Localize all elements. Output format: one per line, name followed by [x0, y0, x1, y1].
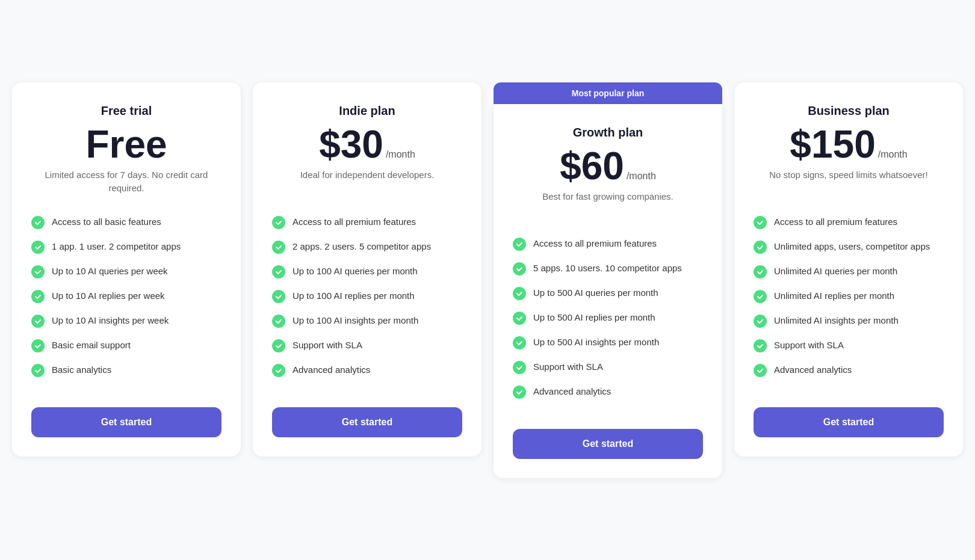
check-icon: [31, 315, 45, 328]
feature-item: Advanced analytics: [513, 385, 703, 399]
feature-item: Unlimited AI insights per month: [754, 314, 944, 328]
check-icon: [513, 336, 526, 349]
features-list-business: Access to all premium features Unlimited…: [754, 215, 944, 388]
feature-text: Unlimited AI queries per month: [774, 265, 897, 277]
feature-item: 2 apps. 2 users. 5 competitor apps: [272, 240, 462, 254]
feature-item: Support with SLA: [754, 339, 944, 352]
check-icon: [272, 364, 285, 377]
plan-name-growth: Growth plan: [513, 126, 703, 140]
plan-price-growth: $60: [560, 147, 624, 185]
plan-name-free: Free trial: [31, 104, 221, 118]
feature-item: Advanced analytics: [754, 363, 944, 377]
plan-name-business: Business plan: [754, 104, 944, 118]
plan-desc-free: Limited access for 7 days. No credit car…: [31, 168, 221, 198]
plan-price-business: $150: [790, 125, 875, 164]
feature-item: Basic email support: [31, 339, 221, 352]
feature-item: Up to 500 AI insights per month: [513, 336, 703, 349]
plan-card-business: Business plan$150/monthNo stop signs, sp…: [734, 82, 963, 457]
feature-text: Advanced analytics: [774, 363, 852, 376]
plan-wrapper-growth: Most popular planGrowth plan$60/monthBes…: [494, 82, 722, 478]
feature-text: Up to 10 AI replies per week: [52, 289, 165, 302]
check-icon: [272, 339, 285, 352]
check-icon: [513, 386, 526, 399]
plan-price-row-free: Free: [31, 125, 221, 164]
feature-item: Basic analytics: [31, 363, 221, 377]
features-list-indie: Access to all premium features 2 apps. 2…: [272, 215, 462, 388]
plan-card-free: Free trialFreeLimited access for 7 days.…: [12, 82, 241, 457]
feature-text: Basic email support: [52, 339, 131, 351]
feature-item: Up to 10 AI replies per week: [31, 289, 221, 303]
check-icon: [31, 339, 45, 352]
feature-item: Support with SLA: [513, 360, 703, 374]
feature-text: Advanced analytics: [292, 363, 370, 376]
check-icon: [272, 290, 285, 303]
pricing-container: Free trialFreeLimited access for 7 days.…: [12, 82, 963, 478]
feature-item: Support with SLA: [272, 339, 462, 352]
feature-item: Access to all premium features: [754, 215, 944, 229]
feature-item: Access to all premium features: [272, 215, 462, 229]
feature-text: Access to all premium features: [533, 237, 657, 250]
check-icon: [272, 315, 285, 328]
popular-badge: Most popular plan: [494, 82, 722, 104]
feature-text: Up to 500 AI queries per month: [533, 286, 658, 299]
plan-price-row-growth: $60/month: [513, 147, 703, 185]
get-started-button-business[interactable]: Get started: [754, 407, 944, 437]
features-list-growth: Access to all premium features 5 apps. 1…: [513, 237, 703, 410]
features-list-free: Access to all basic features 1 app. 1 us…: [31, 215, 221, 388]
check-icon: [513, 361, 526, 374]
get-started-button-growth[interactable]: Get started: [513, 429, 703, 459]
feature-text: Up to 500 AI replies per month: [533, 311, 655, 324]
feature-text: Support with SLA: [774, 339, 844, 351]
feature-text: Access to all basic features: [52, 215, 161, 228]
plan-wrapper-indie: Indie plan$30/monthIdeal for independent…: [253, 82, 481, 457]
check-icon: [754, 241, 767, 254]
feature-text: Advanced analytics: [533, 385, 611, 398]
feature-item: Up to 10 AI insights per week: [31, 314, 221, 328]
plan-price-row-business: $150/month: [754, 125, 944, 164]
get-started-button-free[interactable]: Get started: [31, 407, 221, 437]
feature-text: Support with SLA: [533, 360, 603, 373]
check-icon: [272, 216, 285, 229]
feature-text: 2 apps. 2 users. 5 competitor apps: [292, 240, 431, 253]
check-icon: [513, 312, 526, 325]
feature-item: Access to all basic features: [31, 215, 221, 229]
check-icon: [754, 290, 767, 303]
feature-text: Unlimited AI replies per month: [774, 289, 894, 302]
feature-text: Support with SLA: [292, 339, 362, 351]
get-started-button-indie[interactable]: Get started: [272, 407, 462, 437]
check-icon: [272, 265, 285, 278]
feature-text: 5 apps. 10 users. 10 competitor apps: [533, 262, 682, 274]
feature-text: Unlimited AI insights per month: [774, 314, 899, 327]
check-icon: [31, 364, 45, 377]
feature-item: Unlimited AI queries per month: [754, 265, 944, 278]
check-icon: [513, 262, 526, 275]
feature-text: Basic analytics: [52, 363, 111, 376]
feature-text: Access to all premium features: [774, 215, 897, 228]
feature-text: 1 app. 1 user. 2 competitor apps: [52, 240, 181, 253]
plan-period-growth: /month: [627, 171, 656, 182]
check-icon: [754, 216, 767, 229]
feature-text: Up to 10 AI insights per week: [52, 314, 169, 327]
feature-item: Up to 500 AI queries per month: [513, 286, 703, 300]
plan-price-row-indie: $30/month: [272, 125, 462, 164]
feature-text: Unlimited apps, users, competitor apps: [774, 240, 930, 253]
feature-item: Up to 100 AI replies per month: [272, 289, 462, 303]
feature-item: Up to 100 AI insights per month: [272, 314, 462, 328]
check-icon: [754, 315, 767, 328]
feature-item: Up to 10 AI queries per week: [31, 265, 221, 278]
check-icon: [31, 241, 45, 254]
feature-item: Advanced analytics: [272, 363, 462, 377]
feature-item: 1 app. 1 user. 2 competitor apps: [31, 240, 221, 254]
plan-card-growth: Growth plan$60/monthBest for fast growin…: [494, 104, 722, 478]
feature-text: Up to 100 AI replies per month: [292, 289, 415, 302]
feature-item: Unlimited apps, users, competitor apps: [754, 240, 944, 254]
feature-text: Up to 500 AI insights per month: [533, 336, 659, 348]
check-icon: [513, 287, 526, 300]
feature-item: Access to all premium features: [513, 237, 703, 251]
feature-item: Up to 500 AI replies per month: [513, 311, 703, 325]
plan-period-business: /month: [878, 149, 908, 160]
check-icon: [754, 364, 767, 377]
feature-item: Up to 100 AI queries per month: [272, 265, 462, 278]
check-icon: [754, 339, 767, 352]
feature-text: Access to all premium features: [292, 215, 416, 228]
